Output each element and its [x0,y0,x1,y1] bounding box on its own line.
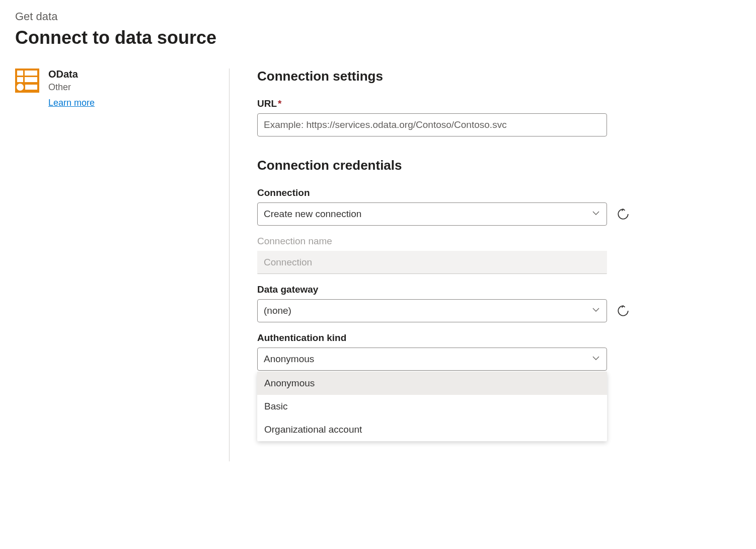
refresh-connection-button[interactable] [616,207,630,221]
connector-name: OData [48,68,95,80]
required-star: * [278,98,281,109]
gateway-select[interactable]: (none) [257,299,607,322]
refresh-gateway-button[interactable] [616,304,630,318]
refresh-icon [617,208,630,221]
auth-kind-dropdown: Anonymous Basic Organizational account [257,372,607,441]
odata-connector-icon [15,68,39,93]
gateway-select-value: (none) [264,305,291,316]
connection-label: Connection [257,187,630,198]
auth-kind-label: Authentication kind [257,332,630,344]
auth-option-anonymous[interactable]: Anonymous [257,372,607,395]
refresh-icon [617,304,630,317]
breadcrumb: Get data [15,10,741,23]
connection-settings-heading: Connection settings [257,68,630,84]
auth-option-basic[interactable]: Basic [257,395,607,418]
connection-select-value: Create new connection [264,209,361,220]
url-label: URL* [257,98,630,109]
learn-more-link[interactable]: Learn more [48,98,95,108]
page-title: Connect to data source [15,27,741,48]
url-input[interactable] [257,113,607,136]
connection-name-input [257,251,607,274]
connector-category: Other [48,82,95,93]
auth-kind-select[interactable]: Anonymous [257,348,607,371]
connection-select[interactable]: Create new connection [257,202,607,226]
connection-credentials-heading: Connection credentials [257,158,630,173]
connection-name-label: Connection name [257,236,630,247]
auth-option-organizational[interactable]: Organizational account [257,418,607,441]
gateway-label: Data gateway [257,284,630,295]
auth-kind-select-value: Anonymous [264,354,314,365]
